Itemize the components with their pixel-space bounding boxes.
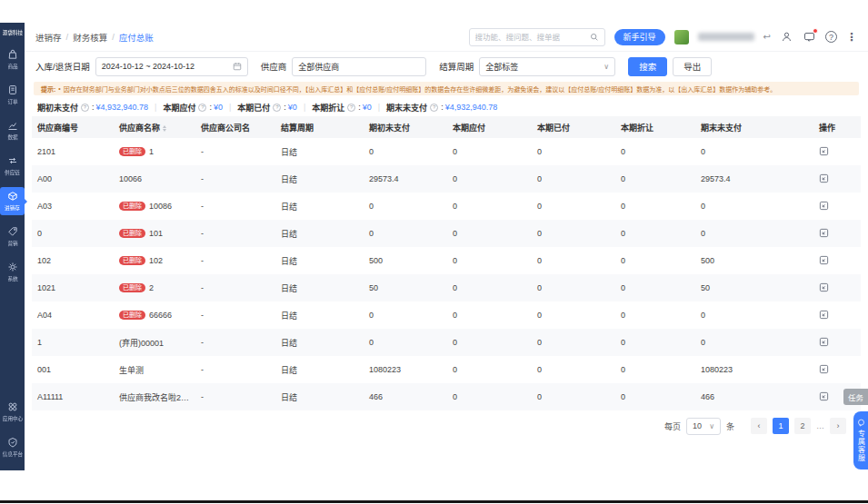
view-detail-icon[interactable]: [819, 228, 829, 238]
view-detail-icon[interactable]: [819, 173, 829, 183]
sidebar-item-marketing[interactable]: 营销: [0, 222, 25, 251]
summary-label: 本期已付: [237, 102, 270, 114]
summary-item: 期末未支付?:¥4,932,940.78: [386, 102, 497, 114]
per-page-value: 10: [693, 421, 702, 430]
date-range-input[interactable]: 2024-10-12 ~ 2024-10-12: [95, 57, 248, 76]
page-ellipsis[interactable]: …: [816, 421, 824, 430]
sidebar-item-system[interactable]: 系统: [0, 258, 25, 286]
column-header-label: 供应商公司名: [201, 124, 250, 133]
cell-name: 已删除102: [114, 247, 195, 274]
task-tab[interactable]: 任务: [843, 389, 868, 405]
summary-label: 期末未支付: [386, 102, 427, 114]
cell-name: 已删除1: [114, 138, 195, 165]
cell-name: 生单测: [114, 356, 195, 383]
cell-end: 0: [695, 193, 813, 220]
avatar[interactable]: [674, 30, 689, 44]
username-redacted[interactable]: [698, 33, 754, 41]
cell-begin: 0: [364, 220, 447, 247]
summary-item: 本期已付?:¥0: [237, 102, 297, 114]
period-select[interactable]: 全部标签 ∨: [479, 57, 615, 76]
supplier-name: 2: [149, 283, 154, 292]
cell-paid: 0: [532, 301, 615, 329]
breadcrumb-separator: /: [66, 32, 69, 42]
cell-begin: 29573.4: [364, 165, 447, 193]
next-page-button[interactable]: ›: [830, 418, 846, 434]
cell-name: 10066: [114, 165, 195, 193]
export-button[interactable]: 导出: [673, 57, 712, 76]
sidebar-item-data[interactable]: 数据: [0, 116, 25, 144]
sidebar-item-inventory[interactable]: 进销存: [0, 187, 25, 215]
cell-payable: 0: [447, 193, 532, 220]
view-detail-icon[interactable]: [819, 364, 829, 374]
breadcrumb: 进销存 / 财务核算 / 应付总账: [35, 31, 154, 44]
view-detail-icon[interactable]: [819, 310, 829, 320]
cell-code: A03: [32, 193, 114, 220]
search-button[interactable]: 搜索: [628, 57, 667, 76]
summary-colon: :: [358, 103, 361, 112]
cell-payable: 0: [447, 301, 532, 329]
sort-icon[interactable]: [163, 125, 166, 132]
screen-edge-line: [0, 500, 868, 503]
per-page-select[interactable]: 10 ∨: [686, 418, 721, 435]
search-icon[interactable]: [590, 33, 599, 42]
column-header-label: 本期折让: [621, 124, 653, 133]
swap-arrows-icon: [7, 155, 18, 166]
page-button-2[interactable]: 2: [794, 418, 811, 434]
sidebar-item-app-center[interactable]: 应用中心: [0, 398, 25, 426]
beginner-guide-button[interactable]: 新手引导: [614, 29, 665, 45]
view-detail-icon[interactable]: [819, 146, 829, 156]
sidebar-item-label: 进销存: [5, 204, 20, 212]
view-detail-icon[interactable]: [819, 282, 829, 292]
customer-service-tab[interactable]: 专属客服: [853, 411, 868, 469]
breadcrumb-item[interactable]: 财务核算: [73, 31, 107, 44]
column-header-label: 供应商名称: [119, 124, 160, 133]
summary-separator: |: [304, 103, 305, 112]
per-page-unit: 条: [726, 420, 734, 432]
cell-operation: [813, 220, 861, 247]
view-detail-icon[interactable]: [819, 391, 829, 401]
cell-company: -: [195, 138, 275, 165]
more-menu-icon[interactable]: ⋮: [846, 31, 857, 44]
sidebar-item-goods[interactable]: 商品: [0, 45, 25, 74]
page-button-1[interactable]: 1: [773, 418, 789, 434]
view-detail-icon[interactable]: [819, 337, 829, 347]
sidebar-item-label: 商品: [7, 63, 17, 70]
help-icon[interactable]: ?: [825, 31, 837, 43]
sidebar-item-orders[interactable]: 订单: [0, 81, 25, 109]
supplier-name: 10066: [119, 174, 142, 183]
cell-period: 日结: [275, 356, 364, 383]
cell-payable: 0: [447, 138, 532, 165]
sidebar-item-label: 营销: [7, 240, 17, 247]
support-icon[interactable]: [780, 30, 793, 44]
global-search-input[interactable]: [475, 33, 586, 42]
help-circle-icon[interactable]: ?: [273, 104, 281, 112]
help-circle-icon[interactable]: ?: [347, 104, 355, 112]
column-header-label: 期初未支付: [369, 124, 410, 133]
cell-end: 50: [695, 274, 813, 301]
topbar-right: 新手引导 ↩ ? ⋮: [469, 28, 857, 46]
view-detail-icon[interactable]: [819, 201, 829, 211]
help-circle-icon[interactable]: ?: [430, 104, 438, 112]
back-arrow-icon[interactable]: ↩: [763, 32, 771, 42]
cell-discount: 0: [615, 193, 695, 220]
sidebar-item-info-platform[interactable]: 信息平台: [0, 433, 25, 461]
sidebar-item-supply-chain[interactable]: 供应链: [0, 152, 25, 180]
help-circle-icon[interactable]: ?: [198, 104, 206, 112]
breadcrumb-item[interactable]: 进销存: [35, 31, 62, 44]
column-header: 供应商编号: [32, 116, 114, 138]
view-detail-icon[interactable]: [819, 255, 829, 265]
cell-operation: [813, 301, 861, 329]
summary-label: 本期应付: [163, 102, 195, 114]
help-circle-icon[interactable]: ?: [81, 104, 89, 112]
prev-page-button[interactable]: ‹: [751, 418, 767, 434]
supplier-name: 供应商我改名啦2333: [119, 393, 195, 402]
message-icon[interactable]: [803, 30, 816, 44]
cell-payable: 0: [447, 329, 532, 356]
cell-company: -: [195, 329, 275, 356]
cell-code: A04: [32, 301, 114, 329]
cell-begin: 0: [364, 329, 447, 356]
supplier-input[interactable]: 全部供应商: [292, 57, 426, 76]
payables-table: 供应商编号供应商名称供应商公司名结算周期期初未支付本期应付本期已付本期折让期末未…: [32, 116, 861, 410]
cell-name: 已删除10086: [114, 193, 195, 220]
cell-paid: 0: [532, 383, 615, 410]
